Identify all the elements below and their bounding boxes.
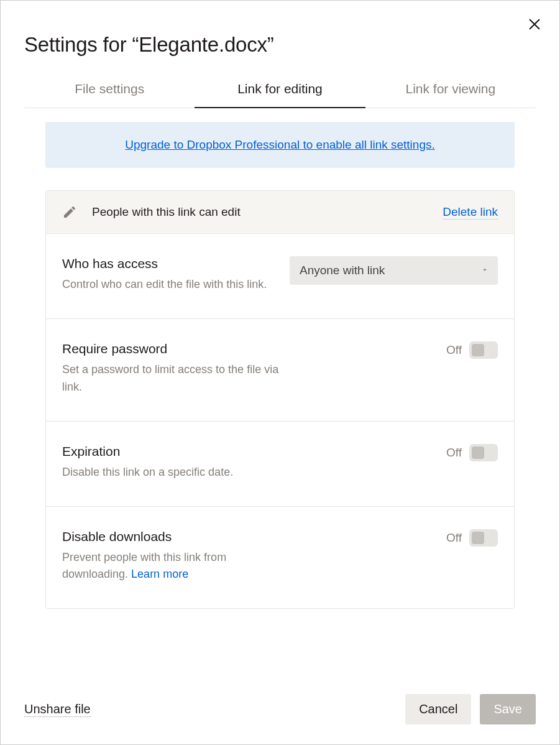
setting-expiration: Expiration Disable this link on a specif… <box>46 422 514 507</box>
access-desc: Control who can edit the file with this … <box>62 276 280 294</box>
delete-link[interactable]: Delete link <box>443 205 498 220</box>
password-title: Require password <box>62 341 280 356</box>
learn-more-link[interactable]: Learn more <box>131 568 188 580</box>
password-state-label: Off <box>446 343 462 357</box>
tab-content: Upgrade to Dropbox Professional to enabl… <box>1 108 559 609</box>
downloads-title: Disable downloads <box>62 529 280 544</box>
toggle-knob <box>472 344 484 356</box>
access-select-value: Anyone with link <box>300 264 385 277</box>
toggle-knob <box>472 447 484 459</box>
dialog-footer: Unshare file Cancel Save <box>1 677 559 744</box>
expiration-desc: Disable this link on a specific date. <box>62 464 280 481</box>
password-desc: Set a password to limit access to the fi… <box>62 361 280 396</box>
link-settings-card: People with this link can edit Delete li… <box>45 190 515 609</box>
setting-who-has-access: Who has access Control who can edit the … <box>46 234 514 319</box>
upgrade-link[interactable]: Upgrade to Dropbox Professional to enabl… <box>125 138 435 151</box>
expiration-state-label: Off <box>446 446 462 460</box>
expiration-title: Expiration <box>62 444 280 459</box>
tab-link-for-viewing[interactable]: Link for viewing <box>365 81 536 108</box>
tab-link-for-editing[interactable]: Link for editing <box>195 81 365 108</box>
expiration-toggle[interactable] <box>469 444 498 461</box>
chevron-down-icon <box>480 264 489 277</box>
settings-dialog: Settings for “Elegante.docx” File settin… <box>0 0 560 745</box>
card-header: People with this link can edit Delete li… <box>46 191 514 234</box>
downloads-state-label: Off <box>446 531 462 545</box>
access-title: Who has access <box>62 256 280 271</box>
close-button[interactable] <box>526 17 543 34</box>
dialog-title: Settings for “Elegante.docx” <box>1 1 559 63</box>
cancel-button[interactable]: Cancel <box>405 694 471 724</box>
save-button[interactable]: Save <box>480 694 536 724</box>
setting-disable-downloads: Disable downloads Prevent people with th… <box>46 507 514 609</box>
card-header-text: People with this link can edit <box>85 205 443 219</box>
toggle-knob <box>472 532 484 544</box>
tabs: File settings Link for editing Link for … <box>24 81 536 108</box>
downloads-desc: Prevent people with this link from downl… <box>62 549 280 584</box>
tab-file-settings[interactable]: File settings <box>24 81 195 108</box>
password-toggle[interactable] <box>469 341 498 359</box>
upgrade-banner: Upgrade to Dropbox Professional to enabl… <box>45 122 515 168</box>
setting-require-password: Require password Set a password to limit… <box>46 319 514 422</box>
pencil-icon <box>62 205 85 220</box>
unshare-file-link[interactable]: Unshare file <box>24 702 91 717</box>
downloads-toggle[interactable] <box>469 529 498 547</box>
close-icon <box>528 17 541 34</box>
access-select[interactable]: Anyone with link <box>290 256 498 285</box>
